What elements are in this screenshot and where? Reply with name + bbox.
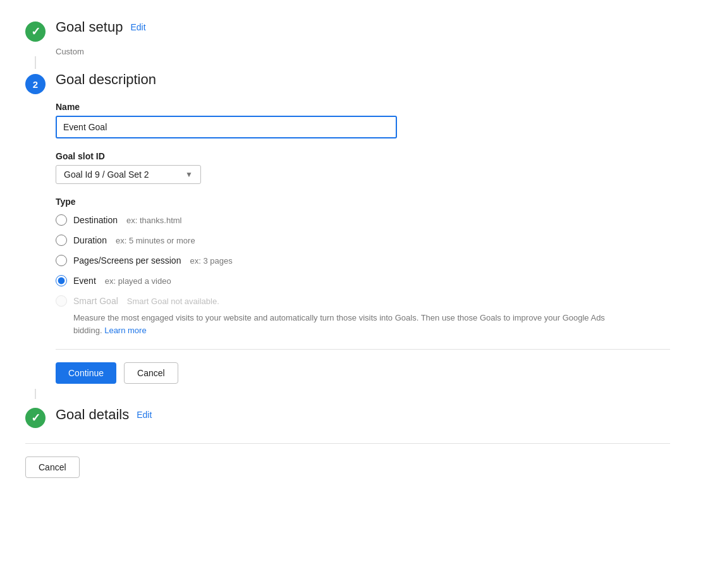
goal-slot-label: Goal slot ID	[56, 151, 670, 161]
step2-content: Name Goal slot ID Goal Id 9 / Goal Set 2…	[56, 102, 670, 384]
name-field-block: Name	[56, 102, 670, 138]
radio-input-pages[interactable]	[56, 255, 67, 266]
radio-label-duration: Duration	[73, 235, 107, 245]
radio-hint-event: ex: played a video	[105, 276, 171, 286]
smart-goal-desc: Measure the most engaged visits to your …	[73, 312, 617, 336]
step1-edit-link[interactable]: Edit	[130, 22, 145, 32]
radio-hint-duration: ex: 5 minutes or more	[116, 236, 195, 245]
radio-input-smart	[56, 295, 67, 307]
step2-number: 2	[33, 79, 38, 90]
name-label: Name	[56, 102, 670, 112]
step1-indicator: ✓	[25, 21, 46, 42]
radio-duration: Duration ex: 5 minutes or more	[56, 235, 670, 246]
type-block: Type Destination ex: thanks.html Duratio…	[56, 197, 670, 336]
radio-destination: Destination ex: thanks.html	[56, 214, 670, 226]
goal-slot-dropdown[interactable]: Goal Id 9 / Goal Set 2 ▼	[56, 165, 201, 184]
radio-pages: Pages/Screens per session ex: 3 pages	[56, 255, 670, 266]
radio-input-duration[interactable]	[56, 235, 67, 246]
radio-label-event: Event	[73, 276, 96, 286]
step3-row: ✓ Goal details Edit	[25, 407, 670, 428]
type-label: Type	[56, 197, 670, 207]
radio-hint-destination: ex: thanks.html	[126, 216, 181, 225]
step3-indicator: ✓	[25, 408, 46, 428]
step1-title: Goal setup	[56, 19, 123, 35]
goal-slot-block: Goal slot ID Goal Id 9 / Goal Set 2 ▼	[56, 151, 670, 184]
footer-cancel-button[interactable]: Cancel	[25, 456, 80, 478]
connector-2	[35, 389, 36, 399]
radio-input-destination[interactable]	[56, 214, 67, 226]
step1-row: ✓ Goal setup Edit	[25, 19, 670, 42]
cancel-button-inline[interactable]: Cancel	[124, 362, 178, 384]
action-buttons: Continue Cancel	[56, 362, 670, 384]
step2-indicator: 2	[25, 74, 46, 94]
radio-label-smart: Smart Goal	[73, 296, 118, 306]
step1-subtitle: Custom	[56, 47, 670, 56]
bottom-divider	[25, 443, 670, 444]
radio-hint-pages: ex: 3 pages	[190, 256, 232, 266]
divider-1	[56, 349, 670, 350]
radio-label-pages: Pages/Screens per session	[73, 255, 181, 266]
radio-input-event[interactable]	[56, 275, 67, 286]
learn-more-link[interactable]: Learn more	[104, 326, 146, 335]
step3-title: Goal details	[56, 407, 129, 423]
continue-button[interactable]: Continue	[56, 362, 116, 384]
goal-name-input[interactable]	[56, 116, 397, 138]
step3-edit-link[interactable]: Edit	[137, 410, 152, 420]
step2-title: Goal description	[56, 71, 156, 88]
goal-slot-value: Goal Id 9 / Goal Set 2	[64, 169, 149, 180]
connector-1	[35, 56, 36, 69]
radio-hint-smart: Smart Goal not available.	[127, 297, 219, 306]
radio-label-destination: Destination	[73, 215, 118, 225]
radio-smart: Smart Goal Smart Goal not available.	[56, 295, 670, 307]
step3-checkmark-icon: ✓	[31, 411, 40, 425]
radio-event: Event ex: played a video	[56, 275, 670, 286]
chevron-down-icon: ▼	[185, 170, 193, 179]
checkmark-icon: ✓	[31, 25, 40, 39]
step2-row: 2 Goal description	[25, 71, 670, 94]
